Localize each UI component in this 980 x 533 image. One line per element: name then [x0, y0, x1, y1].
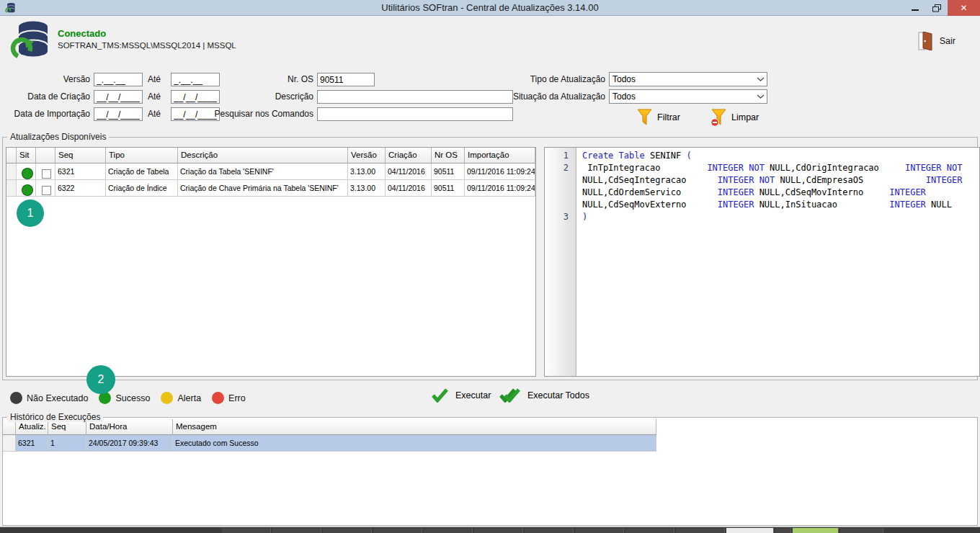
pesquisar-comandos-label: Pesquisar nos Comandos: [213, 107, 313, 121]
executar-todos-button[interactable]: Executar Todos: [499, 388, 589, 403]
taskbar-button[interactable]: [840, 528, 883, 533]
code-line: NULL,CdOrdemServico INTEGER NULL,CdSeqMo…: [582, 187, 979, 200]
data-importacao-from-input[interactable]: [94, 107, 143, 121]
sql-text: InTpIntegracao: [582, 163, 707, 173]
updates-cell: 6322: [55, 180, 106, 197]
taskbar-button[interactable]: [676, 528, 725, 533]
history-row[interactable]: 6321124/05/2017 09:39:43Executado com Su…: [3, 435, 657, 452]
taskbar-button[interactable]: [726, 528, 774, 533]
filtrar-button[interactable]: Filtrar: [637, 108, 680, 127]
updates-cell: 09/11/2016 11:09:24: [465, 180, 535, 197]
sql-viewer[interactable]: 123 Create Table SENINF ( InTpIntegracao…: [544, 147, 980, 377]
sql-text: NULL,CdOrdemServico: [582, 187, 718, 197]
limpar-button[interactable]: Limpar: [710, 108, 759, 127]
sql-keyword: Create Table: [582, 151, 645, 161]
legend-dot-nao_executado: [10, 392, 22, 404]
pesquisar-comandos-input[interactable]: [317, 107, 513, 121]
sql-text: NULL,CdOrigIntegracao: [765, 163, 905, 173]
legend-item-sucesso: Sucesso: [99, 392, 150, 404]
updates-header-cell: Descrição: [178, 148, 348, 164]
descricao-label: Descrição: [213, 90, 313, 104]
sql-keyword: INTEGER NOT: [718, 175, 775, 185]
sql-keyword: INTEGER: [718, 200, 754, 210]
history-cell: Executado com Sucesso: [173, 435, 656, 452]
legend-label-sucesso: Sucesso: [115, 393, 150, 403]
sql-keyword: INTEGER: [926, 175, 963, 185]
taskbar-button[interactable]: [575, 528, 624, 533]
situacao-atualizacao-label: Situação da Atualização: [497, 90, 605, 104]
double-check-icon: [499, 388, 521, 403]
executar-button[interactable]: Executar: [431, 388, 491, 403]
updates-header-cell: [6, 148, 17, 164]
updates-cell: 90511: [432, 180, 465, 197]
taskbar-button[interactable]: [793, 528, 839, 533]
data-criacao-label: Data de Criação: [4, 90, 90, 104]
sair-button[interactable]: Sair: [918, 32, 956, 50]
code-line: InTpIntegracao INTEGER NOT NULL,CdOrigIn…: [582, 163, 979, 175]
sql-gutter: 123: [545, 148, 576, 376]
legend-dot-alerta: [161, 392, 173, 404]
updates-header-cell: [36, 148, 55, 164]
updates-cell: [36, 164, 55, 180]
updates-cell: [17, 180, 36, 197]
status-dot: [22, 184, 33, 196]
chevron-down-icon: [754, 77, 767, 81]
nr-os-input[interactable]: [317, 73, 375, 86]
updates-cell: [6, 164, 17, 180]
executar-label: Executar: [455, 390, 491, 400]
sql-text: NULL,CdSeqMovExterno: [582, 200, 718, 210]
title-bar: Utilitários SOFtran - Central de Atualiz…: [0, 0, 980, 16]
updates-cell: Criação de Índice: [106, 180, 178, 197]
versao-label: Versão: [4, 73, 90, 86]
funnel-minus-icon: [710, 109, 726, 127]
history-grid: Atualiz.SeqData/HoraMensagem6321124/05/2…: [3, 419, 657, 452]
restore-button[interactable]: [926, 0, 948, 16]
versao-from-input[interactable]: [94, 73, 143, 86]
close-button[interactable]: ✕: [948, 0, 980, 16]
legend-item-nao_executado: Não Executado: [10, 392, 88, 404]
taskbar-button[interactable]: [474, 528, 523, 533]
taskbar-button[interactable]: [272, 528, 321, 533]
situacao-atualizacao-select[interactable]: Todos: [609, 89, 767, 104]
updates-cell: Criação da Tabela 'SENINF': [178, 164, 348, 180]
minimize-button[interactable]: [904, 0, 926, 16]
application-window: Utilitários SOFtran - Central de Atualiz…: [0, 0, 980, 533]
taskbar-button[interactable]: [525, 528, 574, 533]
row-checkbox[interactable]: [42, 186, 51, 195]
tipo-atualizacao-select[interactable]: Todos: [609, 72, 767, 86]
data-criacao-from-input[interactable]: [94, 90, 143, 104]
updates-row[interactable]: 6321Criação de TabelaCriação da Tabela '…: [6, 164, 535, 180]
chevron-down-icon: [754, 94, 767, 99]
sql-text: NULL: [926, 200, 952, 210]
taskbar-button[interactable]: [373, 528, 422, 533]
annotation-badge-2: 2: [86, 365, 115, 394]
legend-item-erro: Erro: [212, 392, 246, 404]
code-line: NULL,CdSeqMovExterno INTEGER NULL,InSitu…: [582, 200, 979, 212]
taskbar[interactable]: [0, 527, 980, 533]
updates-cell: 04/11/2016: [386, 180, 432, 197]
taskbar-button[interactable]: [625, 528, 674, 533]
sql-text: NULL,CdSeqIntegracao: [582, 175, 718, 185]
sql-keyword: INTEGER NOT: [707, 163, 764, 173]
sql-text: SENINF: [645, 151, 687, 161]
code-line: NULL,CdSeqIntegracao INTEGER NOT NULL,Cd…: [582, 175, 979, 187]
descricao-input[interactable]: [317, 90, 513, 104]
taskbar-button[interactable]: [222, 528, 271, 533]
taskbar-button[interactable]: [775, 528, 791, 533]
updates-header-cell: Seq: [55, 148, 106, 164]
legend-dot-erro: [212, 392, 224, 404]
updates-cell: 3.13.00: [348, 164, 386, 180]
data-criacao-ate-label: Até: [148, 90, 166, 104]
row-checkbox[interactable]: [42, 169, 51, 179]
updates-row[interactable]: 6322Criação de ÍndiceCriação de Chave Pr…: [6, 180, 535, 197]
limpar-label: Limpar: [731, 112, 759, 122]
annotation-badge-1: 1: [17, 200, 44, 227]
updates-cell: Criação de Tabela: [106, 164, 178, 180]
taskbar-button[interactable]: [323, 528, 372, 533]
sql-keyword: INTEGER: [718, 187, 754, 197]
taskbar-button[interactable]: [424, 528, 473, 533]
window-controls: ✕: [904, 0, 980, 16]
code-line-number: [545, 175, 576, 187]
funnel-icon: [637, 109, 652, 126]
updates-cell: 09/11/2016 11:09:24: [465, 164, 535, 180]
